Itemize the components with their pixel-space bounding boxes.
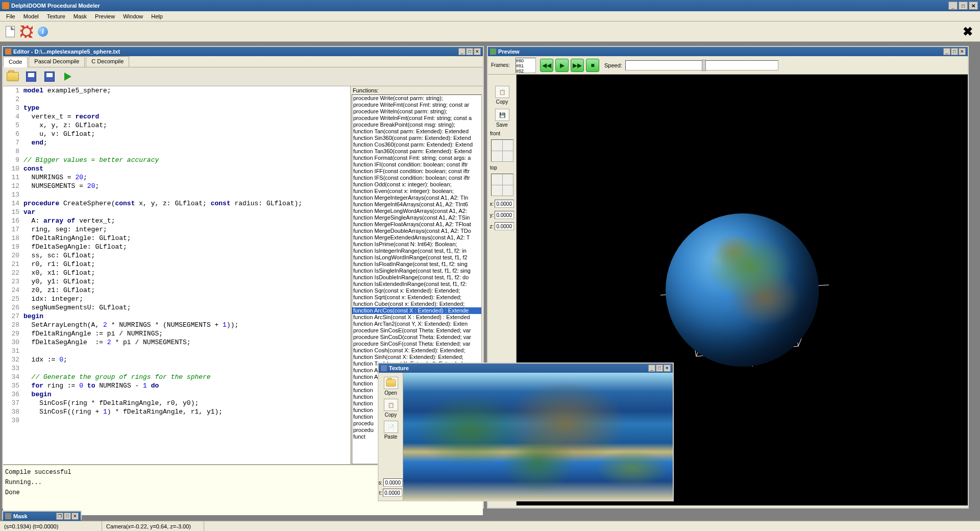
function-item[interactable]: function MergeLongWordArrays(const A1, A… bbox=[352, 208, 481, 214]
function-item[interactable]: function MergeIntegerArrays(const A1, A2… bbox=[352, 195, 481, 201]
function-item[interactable]: procedure Writeln(const parm: string); bbox=[352, 108, 481, 115]
stop-button[interactable]: ■ bbox=[586, 59, 599, 72]
y-input[interactable] bbox=[495, 211, 514, 219]
function-item[interactable]: function IFF(const condition: boolean; c… bbox=[352, 168, 481, 175]
save-as-button[interactable] bbox=[42, 69, 57, 84]
function-item[interactable]: function IsIntegerInRange(const test, f1… bbox=[352, 248, 481, 254]
forward-button[interactable]: ▶▶ bbox=[571, 59, 584, 72]
frame-item[interactable]: #82 bbox=[516, 68, 535, 73]
code-editor[interactable]: 1model example5_sphere;23type4 vertex_t … bbox=[3, 86, 350, 464]
function-item[interactable]: function ArcSin(const X : Extended) : Ex… bbox=[352, 314, 481, 321]
function-item[interactable]: procedure SinCosD(const Theta: Extended;… bbox=[352, 334, 481, 341]
function-item[interactable]: function Cube(const x: Extended): Extend… bbox=[352, 301, 481, 307]
rewind-button[interactable]: ◀◀ bbox=[540, 59, 553, 72]
preview-minimize[interactable]: _ bbox=[943, 48, 950, 55]
function-item[interactable]: function IsSingleInRange(const test, f1,… bbox=[352, 268, 481, 274]
function-item[interactable]: function Odd(const x: integer): boolean; bbox=[352, 181, 481, 188]
open-button[interactable] bbox=[5, 69, 20, 84]
texture-close[interactable]: ✕ bbox=[664, 365, 671, 372]
menu-mask[interactable]: Mask bbox=[69, 12, 91, 20]
texture-open-button[interactable]: Open bbox=[383, 376, 399, 397]
function-item[interactable]: function Tan(const parm: Extended): Exte… bbox=[352, 128, 481, 135]
function-item[interactable]: function IsLongWordInRange(const test, f… bbox=[352, 254, 481, 261]
function-item[interactable]: function ArcCos(const X : Extended) : Ex… bbox=[352, 307, 481, 314]
function-item[interactable]: function Format(const Fmt: string; const… bbox=[352, 155, 481, 161]
function-item[interactable]: procedure Write(const parm: string); bbox=[352, 95, 481, 102]
preview-close[interactable]: ✕ bbox=[959, 48, 966, 55]
function-item[interactable]: function IFI(const condition: boolean; c… bbox=[352, 161, 481, 168]
editor-close[interactable]: ✕ bbox=[474, 48, 481, 55]
new-button[interactable] bbox=[3, 25, 17, 39]
function-item[interactable]: procedure SinCosE(const Theta: Extended;… bbox=[352, 327, 481, 334]
x-input[interactable] bbox=[495, 200, 514, 208]
function-item[interactable]: function IFS(const condition: boolean; c… bbox=[352, 175, 481, 181]
copy-button[interactable]: 📋 Copy bbox=[494, 85, 510, 106]
speed-slider[interactable] bbox=[625, 60, 778, 70]
editor-maximize[interactable]: □ bbox=[466, 48, 473, 55]
function-item[interactable]: procedure SinCosF(const Theta: Extended;… bbox=[352, 341, 481, 347]
mask-maximize[interactable]: □ bbox=[64, 513, 71, 520]
function-item[interactable]: function Sin360(const parm: Extended): E… bbox=[352, 135, 481, 141]
function-item[interactable]: function MergeFloatArrays(const A1, A2: … bbox=[352, 221, 481, 228]
function-item[interactable]: procedure WriteFmt(const Fmt: string; co… bbox=[352, 102, 481, 108]
s-input[interactable] bbox=[383, 478, 403, 487]
menu-model[interactable]: Model bbox=[19, 12, 43, 20]
function-item[interactable]: function Tan360(const parm: Extended): E… bbox=[352, 148, 481, 155]
save-preview-button[interactable]: 💾 Save bbox=[494, 108, 510, 129]
menu-file[interactable]: File bbox=[2, 12, 19, 20]
top-axis-widget[interactable] bbox=[491, 174, 513, 196]
z-input[interactable] bbox=[495, 222, 514, 230]
maximize-button[interactable]: □ bbox=[959, 2, 968, 10]
function-item[interactable]: function MergeInt64Arrays(const A1, A2: … bbox=[352, 201, 481, 208]
front-axis-widget[interactable] bbox=[491, 139, 513, 162]
texture-paste-button[interactable]: 📄 Paste bbox=[383, 420, 399, 441]
preview-maximize[interactable]: □ bbox=[951, 48, 958, 55]
settings-button[interactable] bbox=[19, 25, 34, 39]
speed-thumb[interactable] bbox=[702, 60, 706, 71]
function-item[interactable]: function MergeDoubleArrays(const A1, A2:… bbox=[352, 228, 481, 234]
frame-item[interactable]: #81 bbox=[516, 63, 535, 68]
function-item[interactable]: function Sqrt(const x: Extended): Extend… bbox=[352, 294, 481, 301]
mdi-close-button[interactable]: ✖ bbox=[959, 25, 977, 39]
frame-item[interactable]: #80 bbox=[516, 58, 535, 63]
texture-maximize[interactable]: □ bbox=[656, 365, 663, 372]
function-item[interactable]: function MergeSingleArrays(const A1, A2:… bbox=[352, 214, 481, 221]
mask-close[interactable]: ✕ bbox=[71, 513, 79, 520]
preview-titlebar[interactable]: Preview _ □ ✕ bbox=[488, 47, 968, 56]
menu-help[interactable]: Help bbox=[147, 12, 167, 20]
texture-minimize[interactable]: _ bbox=[648, 365, 655, 372]
function-item[interactable]: function IsDoubleInRange(const test, f1,… bbox=[352, 274, 481, 281]
function-item[interactable]: function Even(const x: integer): boolean… bbox=[352, 188, 481, 195]
tab-pascal-decompile[interactable]: Pascal Decompile bbox=[29, 56, 85, 67]
frames-list[interactable]: #80#81#82#83#84#85 bbox=[516, 58, 536, 73]
minimize-button[interactable]: _ bbox=[948, 2, 958, 10]
save-button[interactable] bbox=[23, 69, 39, 84]
function-item[interactable]: procedure BreakPoint(const msg: string); bbox=[352, 122, 481, 128]
texture-titlebar[interactable]: Texture _ □ ✕ bbox=[379, 364, 673, 373]
run-button[interactable] bbox=[60, 69, 76, 84]
function-item[interactable]: function IsExtendedInRange(const test, f… bbox=[352, 281, 481, 287]
close-button[interactable]: ✕ bbox=[969, 2, 978, 10]
editor-titlebar[interactable]: Editor - D:\...mples\example5_sphere.txt… bbox=[3, 47, 483, 56]
function-item[interactable]: function ArcTan2(const Y, X: Extended): … bbox=[352, 321, 481, 327]
t-input[interactable] bbox=[383, 489, 402, 497]
menu-preview[interactable]: Preview bbox=[91, 12, 119, 20]
menu-texture[interactable]: Texture bbox=[43, 12, 69, 20]
texture-copy-button[interactable]: 📋 Copy bbox=[383, 398, 399, 419]
function-item[interactable]: function MergeExtendedArrays(const A1, A… bbox=[352, 234, 481, 241]
function-item[interactable]: function Sqr(const x: Extended): Extende… bbox=[352, 287, 481, 294]
mask-restore[interactable]: ❐ bbox=[56, 513, 63, 520]
tab-code[interactable]: Code bbox=[3, 57, 28, 67]
texture-image[interactable] bbox=[403, 373, 673, 500]
tab-c-decompile[interactable]: C Decompile bbox=[86, 56, 129, 67]
mask-titlebar[interactable]: Mask ❐ □ ✕ bbox=[3, 512, 81, 521]
function-item[interactable]: procedure WritelnFmt(const Fmt: string; … bbox=[352, 115, 481, 122]
function-item[interactable]: function Cos360(const parm: Extended): E… bbox=[352, 141, 481, 148]
function-item[interactable]: function IsFloatInRange(const test, f1, … bbox=[352, 261, 481, 268]
editor-minimize[interactable]: _ bbox=[458, 48, 465, 55]
function-item[interactable]: function IsPrime(const N: Int64): Boolea… bbox=[352, 241, 481, 248]
function-item[interactable]: function Sinh(const X: Extended): Extend… bbox=[352, 354, 481, 360]
menu-window[interactable]: Window bbox=[119, 12, 147, 20]
function-item[interactable]: function Cosh(const X: Extended): Extend… bbox=[352, 347, 481, 354]
play-button[interactable]: ▶ bbox=[555, 59, 569, 72]
